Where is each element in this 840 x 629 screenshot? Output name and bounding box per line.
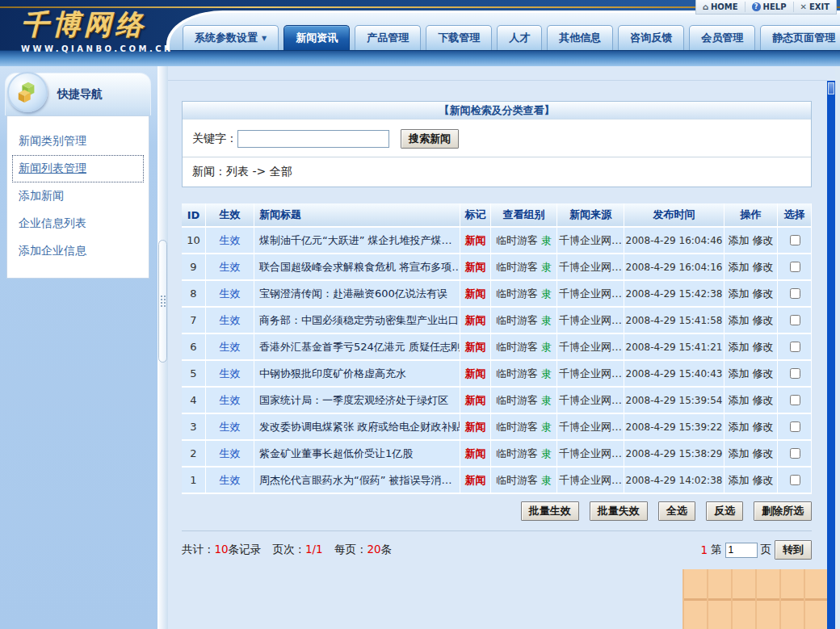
news-title-link[interactable]: 周杰伦代言眼药水为“假药” 被指误导消… xyxy=(259,474,452,486)
news-title-link[interactable]: 紫金矿业董事长超低价受让1亿股 xyxy=(259,447,413,459)
edit-link[interactable]: 修改 xyxy=(753,314,774,326)
status-link[interactable]: 生效 xyxy=(220,341,241,353)
add-link[interactable]: 添加 xyxy=(728,421,749,433)
status-link[interactable]: 生效 xyxy=(220,367,241,379)
nav-tab[interactable]: 人才 xyxy=(497,25,542,50)
add-link[interactable]: 添加 xyxy=(728,341,749,353)
news-title-link[interactable]: 宝钢澄清传闻：赴港融资600亿说法有误 xyxy=(259,287,447,300)
status-link[interactable]: 生效 xyxy=(220,314,241,326)
edit-link[interactable]: 修改 xyxy=(753,341,774,353)
group-link[interactable]: 隶 xyxy=(541,341,552,353)
batch-button[interactable]: 反选 xyxy=(706,501,743,521)
row-checkbox[interactable] xyxy=(790,315,800,325)
page-input[interactable] xyxy=(725,543,758,558)
group-link[interactable]: 隶 xyxy=(541,367,552,379)
home-icon: ⌂ xyxy=(703,3,708,11)
cell-tag: 新闻 xyxy=(460,441,491,468)
search-news-button[interactable]: 搜索新闻 xyxy=(401,129,459,149)
edit-link[interactable]: 修改 xyxy=(753,394,774,406)
news-title-link[interactable]: 中钢协狠批印度矿价格虚高充水 xyxy=(259,367,406,379)
edit-link[interactable]: 修改 xyxy=(753,287,774,300)
status-link[interactable]: 生效 xyxy=(220,287,241,300)
group-link[interactable]: 隶 xyxy=(541,447,552,459)
edit-link[interactable]: 修改 xyxy=(753,367,774,379)
row-checkbox[interactable] xyxy=(790,448,800,459)
row-checkbox[interactable] xyxy=(790,421,800,432)
add-link[interactable]: 添加 xyxy=(728,261,749,273)
row-checkbox[interactable] xyxy=(790,475,800,485)
sidebar-item[interactable]: 添加新闻 xyxy=(7,182,149,210)
keyword-input[interactable] xyxy=(237,130,389,148)
batch-button[interactable]: 全选 xyxy=(658,501,695,521)
nav-tab[interactable]: 其他信息 xyxy=(547,25,613,50)
nav-tab[interactable]: 系统参数设置 ▼ xyxy=(183,25,279,50)
help-link[interactable]: ? HELP xyxy=(745,2,793,12)
row-checkbox[interactable] xyxy=(790,342,800,352)
cubes-icon xyxy=(7,72,48,112)
nav-tab[interactable]: 咨询反馈 xyxy=(618,25,684,50)
batch-button[interactable]: 批量失效 xyxy=(590,501,648,521)
news-title-link[interactable]: 国家统计局：一季度宏观经济处于绿灯区 xyxy=(259,394,448,406)
scrollbar-thumb[interactable] xyxy=(828,82,834,94)
table-header-row: ID 生效 新闻标题 标记 查看组别 新闻来源 发布时间 操作 选择 xyxy=(182,203,812,228)
tag-label: 新闻 xyxy=(465,234,486,246)
add-link[interactable]: 添加 xyxy=(728,474,749,486)
status-link[interactable]: 生效 xyxy=(220,447,241,459)
edit-link[interactable]: 修改 xyxy=(753,261,774,273)
edit-link[interactable]: 修改 xyxy=(753,421,774,433)
row-checkbox[interactable] xyxy=(790,395,800,405)
group-link[interactable]: 隶 xyxy=(541,261,552,273)
cell-tag: 新闻 xyxy=(460,388,491,414)
cell-status: 生效 xyxy=(206,388,254,414)
add-link[interactable]: 添加 xyxy=(728,367,749,379)
status-link[interactable]: 生效 xyxy=(220,474,241,486)
add-link[interactable]: 添加 xyxy=(728,314,749,326)
cell-select xyxy=(778,254,812,281)
news-title-link[interactable]: 商务部：中国必须稳定劳动密集型产业出口 xyxy=(259,314,459,326)
nav-tab[interactable]: 会员管理 xyxy=(689,25,755,50)
sidebar-item[interactable]: 新闻列表管理 xyxy=(12,155,144,182)
news-title-link[interactable]: 香港外汇基金首季亏524亿港元 质疑任志刚… xyxy=(259,341,460,353)
row-checkbox[interactable] xyxy=(790,235,800,245)
batch-button[interactable]: 删除所选 xyxy=(754,501,812,521)
add-link[interactable]: 添加 xyxy=(728,287,749,300)
group-link[interactable]: 隶 xyxy=(541,287,552,300)
goto-button[interactable]: 转到 xyxy=(775,540,812,560)
nav-tab[interactable]: 静态页面管理 xyxy=(760,25,840,50)
help-label: HELP xyxy=(763,2,787,11)
home-link[interactable]: ⌂ HOME xyxy=(696,2,745,12)
status-link[interactable]: 生效 xyxy=(220,421,241,433)
add-link[interactable]: 添加 xyxy=(728,234,749,246)
status-link[interactable]: 生效 xyxy=(220,261,241,273)
edit-link[interactable]: 修改 xyxy=(753,474,774,486)
chevron-down-icon: ▼ xyxy=(262,35,267,42)
exit-link[interactable]: ✕ EXIT xyxy=(793,2,836,12)
batch-button[interactable]: 批量生效 xyxy=(521,501,579,521)
news-title-link[interactable]: 发改委协调电煤紧张 政府或给电企财政补贴 xyxy=(259,421,460,433)
status-link[interactable]: 生效 xyxy=(220,394,241,406)
edit-link[interactable]: 修改 xyxy=(753,234,774,246)
row-checkbox[interactable] xyxy=(790,368,800,379)
splitter-handle[interactable] xyxy=(158,240,167,363)
group-link[interactable]: 隶 xyxy=(541,394,552,406)
add-link[interactable]: 添加 xyxy=(728,447,749,459)
nav-tab[interactable]: 新闻资讯 xyxy=(284,25,350,50)
news-title-link[interactable]: 联合国超级峰会求解粮食危机 将宣布多项… xyxy=(259,261,460,273)
add-link[interactable]: 添加 xyxy=(728,394,749,406)
nav-tab[interactable]: 产品管理 xyxy=(355,25,421,50)
vertical-scrollbar[interactable] xyxy=(827,66,835,629)
row-checkbox[interactable] xyxy=(790,262,800,272)
sidebar-item[interactable]: 添加企业信息 xyxy=(7,237,149,265)
sidebar-item[interactable]: 企业信息列表 xyxy=(7,210,149,237)
group-link[interactable]: 隶 xyxy=(541,474,552,486)
status-link[interactable]: 生效 xyxy=(220,234,241,246)
group-link[interactable]: 隶 xyxy=(541,421,552,433)
edit-link[interactable]: 修改 xyxy=(753,447,774,459)
news-title-link[interactable]: 煤制油千亿元“大跃进” 煤企扎堆投产煤… xyxy=(259,234,452,246)
panel-splitter[interactable] xyxy=(158,66,168,629)
row-checkbox[interactable] xyxy=(790,288,800,299)
group-link[interactable]: 隶 xyxy=(541,234,552,246)
group-link[interactable]: 隶 xyxy=(541,314,552,326)
nav-tab[interactable]: 下载管理 xyxy=(426,25,492,50)
sidebar-item[interactable]: 新闻类别管理 xyxy=(7,128,149,155)
